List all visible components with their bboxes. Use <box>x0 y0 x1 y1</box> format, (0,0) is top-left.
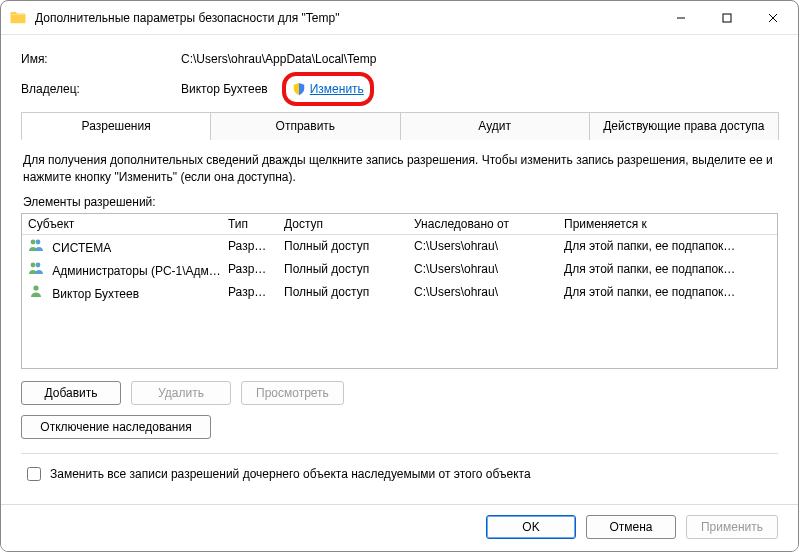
cell-type: Разр… <box>228 285 284 299</box>
table-row[interactable]: Виктор Бухтеев Разр… Полный доступ C:\Us… <box>22 281 777 304</box>
cell-access: Полный доступ <box>284 262 414 276</box>
close-button[interactable] <box>750 3 796 33</box>
view-button[interactable]: Просмотреть <box>241 381 344 405</box>
svg-point-1 <box>31 239 36 244</box>
owner-value: Виктор Бухтеев <box>181 82 268 96</box>
user-icon <box>28 284 44 298</box>
owner-label: Владелец: <box>21 82 181 96</box>
cell-subject: Виктор Бухтеев <box>52 287 139 301</box>
cell-access: Полный доступ <box>284 239 414 253</box>
name-value: C:\Users\ohrau\AppData\Local\Temp <box>181 52 376 66</box>
dialog-footer: OK Отмена Применить <box>1 504 798 551</box>
separator <box>21 453 778 454</box>
table-row[interactable]: Администраторы (PC-1\Адми… Разр… Полный … <box>22 258 777 281</box>
tab-share[interactable]: Отправить <box>210 112 400 140</box>
titlebar: Дополнительные параметры безопасности дл… <box>1 1 798 35</box>
cell-inherited: C:\Users\ohrau\ <box>414 262 564 276</box>
cell-type: Разр… <box>228 262 284 276</box>
cell-applies: Для этой папки, ее подпапок… <box>564 285 771 299</box>
tab-audit[interactable]: Аудит <box>400 112 590 140</box>
disable-inheritance-button[interactable]: Отключение наследования <box>21 415 211 439</box>
tabs: Разрешения Отправить Аудит Действующие п… <box>21 111 778 140</box>
svg-rect-0 <box>723 14 731 22</box>
uac-shield-icon <box>292 82 306 96</box>
group-icon <box>28 238 44 252</box>
maximize-button[interactable] <box>704 3 750 33</box>
tab-effective-access[interactable]: Действующие права доступа <box>589 112 779 140</box>
cell-access: Полный доступ <box>284 285 414 299</box>
cell-type: Разр… <box>228 239 284 253</box>
tab-permissions[interactable]: Разрешения <box>21 112 211 140</box>
svg-point-4 <box>36 262 41 267</box>
svg-point-2 <box>36 239 41 244</box>
header-subject[interactable]: Субъект <box>28 217 228 231</box>
name-label: Имя: <box>21 52 181 66</box>
permissions-grid[interactable]: Субъект Тип Доступ Унаследовано от Приме… <box>21 213 778 369</box>
table-row[interactable]: СИСТЕМА Разр… Полный доступ C:\Users\ohr… <box>22 235 777 258</box>
change-owner-link[interactable]: Изменить <box>310 82 364 96</box>
header-type[interactable]: Тип <box>228 217 284 231</box>
svg-point-5 <box>33 285 38 290</box>
group-icon <box>28 261 44 275</box>
ok-button[interactable]: OK <box>486 515 576 539</box>
apply-button[interactable]: Применить <box>686 515 778 539</box>
cell-subject: СИСТЕМА <box>52 241 111 255</box>
folder-icon <box>9 9 27 27</box>
cancel-button[interactable]: Отмена <box>586 515 676 539</box>
header-applies[interactable]: Применяется к <box>564 217 771 231</box>
replace-child-permissions-checkbox[interactable] <box>27 467 41 481</box>
permissions-section-label: Элементы разрешений: <box>23 195 776 209</box>
header-access[interactable]: Доступ <box>284 217 414 231</box>
window-title: Дополнительные параметры безопасности дл… <box>35 11 658 25</box>
svg-point-3 <box>31 262 36 267</box>
header-inherited[interactable]: Унаследовано от <box>414 217 564 231</box>
cell-applies: Для этой папки, ее подпапок… <box>564 262 771 276</box>
cell-inherited: C:\Users\ohrau\ <box>414 239 564 253</box>
minimize-button[interactable] <box>658 3 704 33</box>
cell-inherited: C:\Users\ohrau\ <box>414 285 564 299</box>
cell-subject: Администраторы (PC-1\Адми… <box>52 264 227 278</box>
replace-child-permissions-label: Заменить все записи разрешений дочернего… <box>50 467 531 481</box>
cell-applies: Для этой папки, ее подпапок… <box>564 239 771 253</box>
remove-button[interactable]: Удалить <box>131 381 231 405</box>
hint-text: Для получения дополнительных сведений дв… <box>23 152 776 187</box>
grid-header: Субъект Тип Доступ Унаследовано от Приме… <box>22 214 777 235</box>
add-button[interactable]: Добавить <box>21 381 121 405</box>
